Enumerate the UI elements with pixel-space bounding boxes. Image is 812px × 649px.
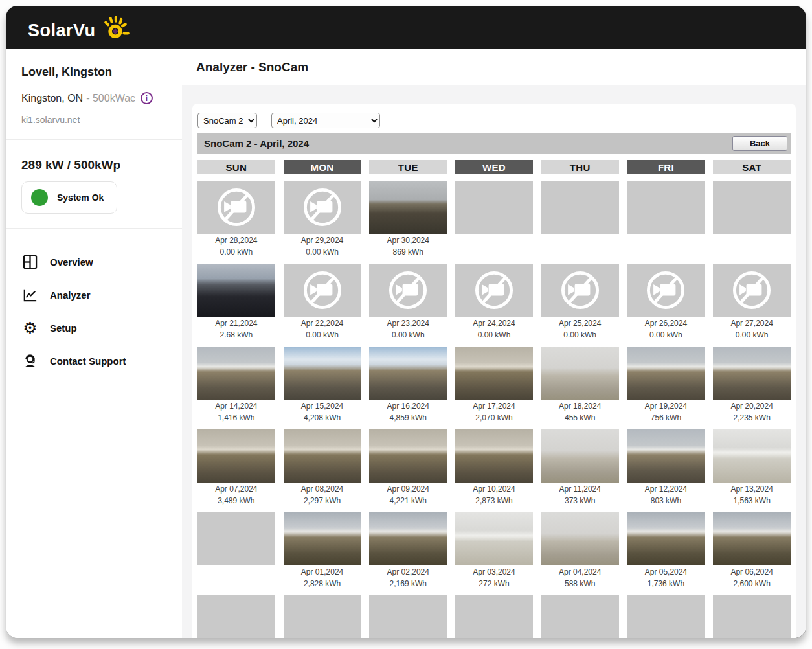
status-dot-icon	[31, 189, 48, 206]
snapshot-thumbnail[interactable]	[369, 512, 447, 565]
sidebar: Lovell, Kingston Kingston, ON - 500kWac …	[6, 49, 182, 638]
sidebar-menu: Overview Analyzer ⚙ Setup	[6, 245, 182, 378]
logo-text: SolarVu	[28, 21, 96, 41]
no-snapshot-cell[interactable]	[455, 264, 533, 317]
site-url: ki1.solarvu.net	[21, 115, 166, 125]
snapshot-thumbnail[interactable]	[455, 512, 533, 565]
snapshot-date: Apr 06,2024	[713, 567, 791, 577]
snapshot-thumbnail[interactable]	[713, 512, 791, 565]
calendar-cell: Apr 03,2024272 kWh	[455, 512, 533, 589]
power-reading: 289 kW / 500kWp	[21, 158, 166, 172]
day-header-mon: MON	[284, 160, 361, 174]
snapshot-energy: 455 kWh	[541, 413, 619, 423]
snapshot-energy: 0.00 kWh	[713, 330, 791, 340]
empty-cell	[197, 512, 275, 565]
snapshot-energy: 272 kWh	[455, 579, 533, 589]
snapshot-thumbnail[interactable]	[369, 181, 447, 234]
calendar-cell: Apr 15,20244,208 kWh	[284, 347, 361, 423]
calendar-cell: Apr 11,2024373 kWh	[541, 429, 619, 506]
calendar-cell: Apr 29,20240.00 kWh	[284, 181, 361, 257]
snapshot-thumbnail[interactable]	[197, 264, 275, 317]
no-snapshot-cell[interactable]	[369, 264, 447, 317]
no-snapshot-cell[interactable]	[541, 264, 619, 317]
snapshot-thumbnail[interactable]	[713, 347, 791, 400]
main-panel: Analyzer - SnoCam SnoCam 2 April, 2024 S…	[182, 49, 806, 638]
snapshot-date: Apr 08,2024	[284, 484, 361, 494]
snapshot-thumbnail[interactable]	[284, 347, 361, 400]
info-icon[interactable]: i	[141, 92, 153, 104]
sidebar-item-label: Overview	[50, 256, 93, 268]
snapshot-thumbnail[interactable]	[455, 429, 533, 483]
snapshot-date: Apr 10,2024	[455, 484, 533, 494]
site-location: Kingston, ON	[21, 93, 83, 104]
camera-off-icon	[300, 268, 345, 313]
snapshot-energy: 373 kWh	[541, 496, 619, 506]
empty-cell	[197, 595, 275, 638]
empty-cell	[713, 595, 791, 638]
snapshot-thumbnail[interactable]	[369, 347, 447, 400]
snapshot-thumbnail[interactable]	[369, 429, 447, 483]
toolbar: SnoCam 2 April, 2024	[197, 110, 791, 133]
calendar-cell: Apr 01,20242,828 kWh	[284, 512, 361, 589]
sidebar-item-overview[interactable]: Overview	[21, 245, 166, 279]
snapshot-thumbnail[interactable]	[455, 347, 533, 400]
calendar-cell: Apr 22,20240.00 kWh	[284, 264, 361, 340]
site-name: Lovell, Kingston	[21, 65, 166, 79]
sidebar-item-contact-support[interactable]: Contact Support	[21, 345, 166, 378]
calendar-row: Apr 21,20242.68 kWh Apr 22,20240.00 kWh …	[197, 264, 791, 340]
snapshot-energy: 4,208 kWh	[284, 413, 361, 423]
snapshot-energy: 0.00 kWh	[284, 330, 361, 340]
calendar-row	[197, 595, 791, 638]
support-headset-icon	[21, 352, 39, 370]
camera-off-icon	[385, 268, 431, 313]
no-snapshot-cell[interactable]	[197, 181, 275, 234]
sidebar-item-setup[interactable]: ⚙ Setup	[21, 312, 166, 345]
snapshot-date: Apr 21,2024	[197, 319, 275, 328]
snapshot-date: Apr 17,2024	[455, 402, 533, 411]
snapshot-thumbnail[interactable]	[197, 347, 275, 400]
snapshot-thumbnail[interactable]	[541, 347, 619, 400]
no-snapshot-cell[interactable]	[713, 264, 791, 317]
camera-off-icon	[300, 185, 345, 230]
month-select[interactable]: April, 2024	[271, 113, 380, 128]
no-snapshot-cell[interactable]	[627, 264, 705, 317]
snapshot-date: Apr 02,2024	[369, 567, 447, 577]
calendar-cell: Apr 04,2024588 kWh	[541, 512, 619, 589]
empty-cell	[627, 595, 705, 638]
snapshot-energy: 588 kWh	[541, 579, 619, 589]
calendar-cell: Apr 27,20240.00 kWh	[713, 264, 791, 340]
overview-grid-icon	[21, 253, 39, 271]
snapshot-date: Apr 14,2024	[197, 402, 275, 411]
snapshot-thumbnail[interactable]	[197, 429, 275, 483]
snapshot-thumbnail[interactable]	[627, 347, 705, 400]
camera-off-icon	[558, 268, 603, 313]
calendar-cell: Apr 23,20240.00 kWh	[369, 264, 447, 340]
back-button[interactable]: Back	[732, 136, 787, 151]
sidebar-divider	[6, 139, 182, 140]
snapshot-thumbnail[interactable]	[627, 512, 705, 565]
snapshot-date: Apr 11,2024	[541, 484, 619, 494]
calendar-cell: Apr 21,20242.68 kWh	[197, 264, 275, 340]
snapshot-thumbnail[interactable]	[713, 429, 791, 483]
snapshot-thumbnail[interactable]	[541, 429, 619, 483]
snapshot-energy: 1,736 kWh	[627, 579, 705, 589]
sidebar-divider	[6, 228, 182, 229]
no-snapshot-cell[interactable]	[284, 264, 361, 317]
snapshot-energy: 0.00 kWh	[455, 330, 533, 340]
snapshot-thumbnail[interactable]	[284, 429, 361, 483]
snapshot-energy: 2,600 kWh	[713, 579, 791, 589]
snapshot-thumbnail[interactable]	[284, 512, 361, 565]
snapshot-date: Apr 04,2024	[541, 567, 619, 577]
calendar-cell	[541, 595, 619, 638]
snapshot-energy: 1,416 kWh	[197, 413, 275, 423]
solarvu-logo[interactable]: SolarVu	[28, 14, 131, 41]
sidebar-item-analyzer[interactable]: Analyzer	[21, 279, 166, 312]
day-header-row: SUNMONTUEWEDTHUFRISAT	[197, 160, 791, 174]
snapshot-thumbnail[interactable]	[541, 512, 619, 565]
snapshot-energy: 4,859 kWh	[369, 413, 447, 423]
calendar-cell	[627, 595, 705, 638]
camera-select[interactable]: SnoCam 2	[197, 113, 257, 128]
no-snapshot-cell[interactable]	[284, 181, 361, 234]
snapshot-thumbnail[interactable]	[627, 429, 705, 483]
snapshot-energy: 869 kWh	[369, 247, 447, 257]
